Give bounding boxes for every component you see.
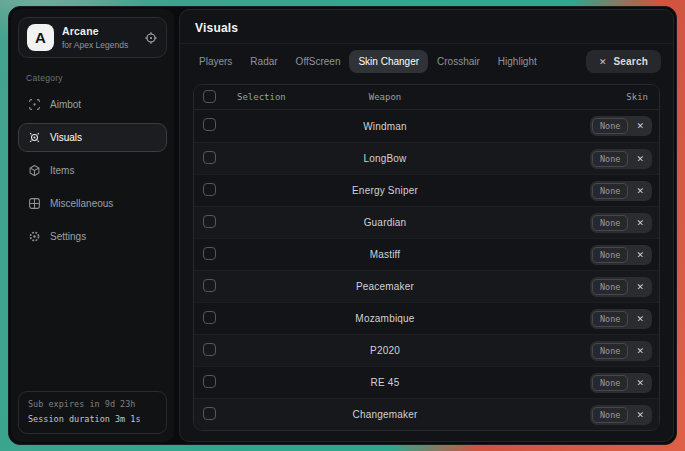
skin-selector[interactable]: None ✕ xyxy=(590,181,652,201)
aimbot-icon xyxy=(28,98,41,111)
sidebar-item-miscellaneous[interactable]: Miscellaneous xyxy=(18,189,167,218)
table-row: Changemaker None ✕ xyxy=(194,398,659,430)
clear-skin-icon[interactable]: ✕ xyxy=(636,186,644,196)
app-subtitle: for Apex Legends xyxy=(62,40,128,50)
row-checkbox[interactable] xyxy=(203,215,216,228)
miscellaneous-icon xyxy=(28,197,41,210)
sidebar-item-aimbot[interactable]: Aimbot xyxy=(18,90,167,119)
session-duration-text: Session duration 3m 1s xyxy=(28,415,157,425)
table-row: Mozambique None ✕ xyxy=(194,302,659,334)
row-checkbox[interactable] xyxy=(203,118,216,131)
clear-skin-icon[interactable]: ✕ xyxy=(636,282,644,292)
app-title: Arcane xyxy=(62,25,128,37)
column-header-selection: Selection xyxy=(237,92,286,102)
table-row: Mastiff None ✕ xyxy=(194,238,659,270)
clear-skin-icon[interactable]: ✕ xyxy=(636,378,644,388)
sidebar: A Arcane for Apex Legends Category xyxy=(11,9,174,442)
column-header-weapon: Weapon xyxy=(369,92,402,102)
items-icon xyxy=(28,164,41,177)
sidebar-item-label: Miscellaneous xyxy=(50,198,113,209)
clear-skin-icon[interactable]: ✕ xyxy=(636,154,644,164)
crosshair-icon[interactable] xyxy=(144,31,158,45)
skin-value[interactable]: None xyxy=(592,215,628,231)
skin-value[interactable]: None xyxy=(592,375,628,391)
weapon-name: Windman xyxy=(229,121,541,132)
row-checkbox[interactable] xyxy=(203,407,216,420)
row-checkbox[interactable] xyxy=(203,183,216,196)
skin-value[interactable]: None xyxy=(592,247,628,263)
tab-radar[interactable]: Radar xyxy=(241,50,286,73)
settings-icon xyxy=(28,230,41,243)
row-checkbox[interactable] xyxy=(203,375,216,388)
sub-expiry-text: Sub expires in 9d 23h xyxy=(28,400,157,410)
skin-value[interactable]: None xyxy=(592,279,628,295)
sidebar-item-label: Items xyxy=(50,165,74,176)
table-row: P2020 None ✕ xyxy=(194,334,659,366)
clear-skin-icon[interactable]: ✕ xyxy=(636,314,644,324)
skin-selector[interactable]: None ✕ xyxy=(590,149,652,169)
main-panel: Visuals Players Radar OffScreen Skin Cha… xyxy=(179,9,674,442)
skin-selector[interactable]: None ✕ xyxy=(590,309,652,329)
tab-offscreen[interactable]: OffScreen xyxy=(287,50,350,73)
sidebar-item-label: Settings xyxy=(50,231,86,242)
weapon-name: Peacemaker xyxy=(229,281,541,292)
row-checkbox[interactable] xyxy=(203,151,216,164)
visuals-icon xyxy=(28,131,41,144)
category-label: Category xyxy=(26,73,169,83)
weapon-name: Guardian xyxy=(229,217,541,228)
select-all-checkbox[interactable] xyxy=(203,90,216,103)
main-header: Visuals xyxy=(180,10,673,44)
skin-selector[interactable]: None ✕ xyxy=(590,341,652,361)
clear-skin-icon[interactable]: ✕ xyxy=(636,121,644,131)
weapon-name: RE 45 xyxy=(229,377,541,388)
skin-value[interactable]: None xyxy=(592,407,628,423)
sidebar-item-visuals[interactable]: Visuals xyxy=(18,123,167,152)
table-row: Windman None ✕ xyxy=(194,110,659,142)
page-title: Visuals xyxy=(195,21,658,35)
skin-selector[interactable]: None ✕ xyxy=(590,277,652,297)
weapon-name: Energy Sniper xyxy=(229,185,541,196)
skin-selector[interactable]: None ✕ xyxy=(590,116,652,136)
sidebar-item-items[interactable]: Items xyxy=(18,156,167,185)
weapon-name: Mastiff xyxy=(229,249,541,260)
session-info-card: Sub expires in 9d 23h Session duration 3… xyxy=(18,391,167,434)
sidebar-item-label: Visuals xyxy=(50,132,82,143)
tab-players[interactable]: Players xyxy=(190,50,241,73)
skin-value[interactable]: None xyxy=(592,343,628,359)
weapon-name: Changemaker xyxy=(229,409,541,420)
tab-highlight[interactable]: Highlight xyxy=(489,50,546,73)
skin-selector[interactable]: None ✕ xyxy=(590,373,652,393)
skin-value[interactable]: None xyxy=(592,118,628,134)
table-body: Windman None ✕ LongBow None ✕ Energy Sni… xyxy=(194,110,659,430)
row-checkbox[interactable] xyxy=(203,279,216,292)
clear-skin-icon[interactable]: ✕ xyxy=(636,346,644,356)
weapon-name: LongBow xyxy=(229,153,541,164)
table-header-row: Selection Weapon Skin xyxy=(194,85,659,110)
skin-table: Selection Weapon Skin Windman None ✕ Lon… xyxy=(193,84,660,431)
skin-selector[interactable]: None ✕ xyxy=(590,245,652,265)
search-close-icon: ✕ xyxy=(599,57,607,67)
column-header-skin: Skin xyxy=(541,92,659,102)
sidebar-item-settings[interactable]: Settings xyxy=(18,222,167,251)
weapon-name: P2020 xyxy=(229,345,541,356)
table-row: Peacemaker None ✕ xyxy=(194,270,659,302)
skin-selector[interactable]: None ✕ xyxy=(590,213,652,233)
table-row: Energy Sniper None ✕ xyxy=(194,174,659,206)
tab-crosshair[interactable]: Crosshair xyxy=(428,50,489,73)
search-button[interactable]: ✕ Search xyxy=(586,50,661,73)
tab-skin-changer[interactable]: Skin Changer xyxy=(349,50,428,73)
skin-value[interactable]: None xyxy=(592,311,628,327)
clear-skin-icon[interactable]: ✕ xyxy=(636,218,644,228)
row-checkbox[interactable] xyxy=(203,311,216,324)
clear-skin-icon[interactable]: ✕ xyxy=(636,410,644,420)
tab-bar: Players Radar OffScreen Skin Changer Cro… xyxy=(180,44,673,79)
row-checkbox[interactable] xyxy=(203,343,216,356)
skin-selector[interactable]: None ✕ xyxy=(590,405,652,425)
weapon-name: Mozambique xyxy=(229,313,541,324)
app-window: A Arcane for Apex Legends Category xyxy=(8,6,677,445)
skin-value[interactable]: None xyxy=(592,183,628,199)
clear-skin-icon[interactable]: ✕ xyxy=(636,250,644,260)
skin-value[interactable]: None xyxy=(592,151,628,167)
sidebar-item-label: Aimbot xyxy=(50,99,81,110)
row-checkbox[interactable] xyxy=(203,247,216,260)
